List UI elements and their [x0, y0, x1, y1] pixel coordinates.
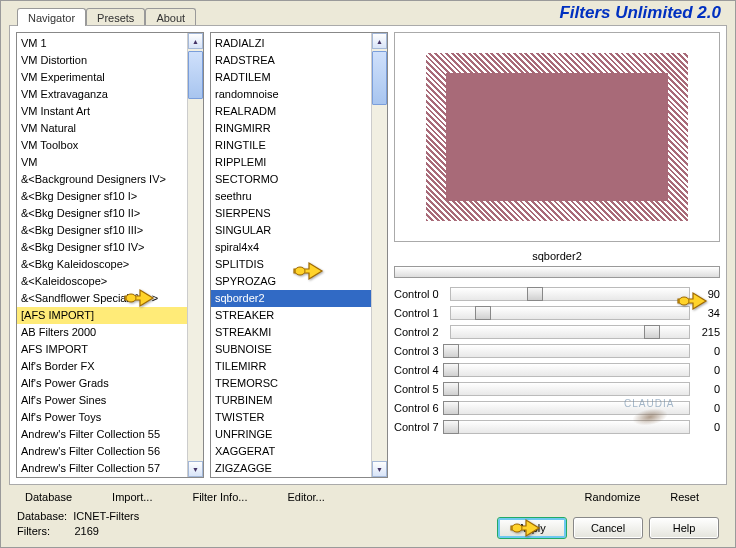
scroll-track[interactable]: [372, 49, 387, 461]
list-item[interactable]: SINGULAR: [211, 222, 371, 239]
list-item[interactable]: STREAKMI: [211, 324, 371, 341]
list-item[interactable]: VM 1: [17, 35, 187, 52]
list-item[interactable]: STREAKER: [211, 307, 371, 324]
control-slider[interactable]: [450, 401, 690, 415]
list-item[interactable]: TWISTER: [211, 409, 371, 426]
control-slider[interactable]: [450, 363, 690, 377]
list-item[interactable]: &<Bkg Designer sf10 III>: [17, 222, 187, 239]
list-item[interactable]: VM Toolbox: [17, 137, 187, 154]
filter-list[interactable]: RADIALZIRADSTREARADTILEMrandomnoiseREALR…: [211, 33, 371, 477]
list-item[interactable]: &<Bkg Designer sf10 IV>: [17, 239, 187, 256]
control-slider[interactable]: [450, 420, 690, 434]
list-item[interactable]: spiral4x4: [211, 239, 371, 256]
tab-navigator[interactable]: Navigator: [17, 8, 86, 26]
control-slider[interactable]: [450, 382, 690, 396]
list-item[interactable]: &<Kaleidoscope>: [17, 273, 187, 290]
randomize-link[interactable]: Randomize: [585, 491, 641, 503]
list-item[interactable]: randomnoise: [211, 86, 371, 103]
database-link[interactable]: Database: [25, 491, 72, 503]
list-item[interactable]: UNFRINGE: [211, 426, 371, 443]
list-item[interactable]: SIERPENS: [211, 205, 371, 222]
scroll-track[interactable]: [188, 49, 203, 461]
help-button[interactable]: Help: [649, 517, 719, 539]
control-row: Control 40: [394, 360, 720, 379]
import-link[interactable]: Import...: [112, 491, 152, 503]
list-item[interactable]: REALRADM: [211, 103, 371, 120]
list-item[interactable]: RINGMIRR: [211, 120, 371, 137]
tab-about[interactable]: About: [145, 8, 196, 26]
category-list[interactable]: VM 1VM DistortionVM ExperimentalVM Extra…: [17, 33, 187, 477]
filter-info-link[interactable]: Filter Info...: [192, 491, 247, 503]
list-item[interactable]: SECTORMO: [211, 171, 371, 188]
list-item[interactable]: Andrew's Filter Collection 56: [17, 443, 187, 460]
preview-label: sqborder2: [394, 248, 720, 264]
control-slider[interactable]: [450, 287, 690, 301]
scroll-thumb[interactable]: [188, 51, 203, 99]
status-db-value: ICNET-Filters: [73, 510, 139, 522]
list-item[interactable]: &<Bkg Kaleidoscope>: [17, 256, 187, 273]
cancel-button[interactable]: Cancel: [573, 517, 643, 539]
scrollbar[interactable]: ▲ ▼: [371, 33, 387, 477]
scrollbar[interactable]: ▲ ▼: [187, 33, 203, 477]
scroll-down-button[interactable]: ▼: [188, 461, 203, 477]
list-item[interactable]: TREMORSC: [211, 375, 371, 392]
slider-thumb[interactable]: [644, 325, 660, 339]
reset-link[interactable]: Reset: [670, 491, 699, 503]
list-item[interactable]: VM Distortion: [17, 52, 187, 69]
list-item[interactable]: VM Extravaganza: [17, 86, 187, 103]
editor-link[interactable]: Editor...: [287, 491, 324, 503]
list-item[interactable]: RINGTILE: [211, 137, 371, 154]
preview-zoom-slider[interactable]: [394, 266, 720, 278]
list-item[interactable]: AB Filters 2000: [17, 324, 187, 341]
list-item[interactable]: Alf's Border FX: [17, 358, 187, 375]
scroll-down-button[interactable]: ▼: [372, 461, 387, 477]
control-slider[interactable]: [450, 325, 690, 339]
list-item[interactable]: VM: [17, 154, 187, 171]
bottom-area: Database Import... Filter Info... Editor…: [1, 489, 735, 547]
list-item[interactable]: RADIALZI: [211, 35, 371, 52]
list-item[interactable]: ZIGZAGGE: [211, 460, 371, 477]
scroll-thumb[interactable]: [372, 51, 387, 105]
list-item[interactable]: XAGGERAT: [211, 443, 371, 460]
slider-thumb[interactable]: [443, 344, 459, 358]
slider-thumb[interactable]: [443, 382, 459, 396]
list-item[interactable]: &<Bkg Designer sf10 II>: [17, 205, 187, 222]
slider-thumb[interactable]: [475, 306, 491, 320]
list-item[interactable]: &<Sandflower Specials°v° >: [17, 290, 187, 307]
list-item[interactable]: Andrew's Filter Collection 57: [17, 460, 187, 477]
list-item[interactable]: SPYROZAG: [211, 273, 371, 290]
slider-thumb[interactable]: [443, 420, 459, 434]
control-slider[interactable]: [450, 306, 690, 320]
list-item[interactable]: Alf's Power Toys: [17, 409, 187, 426]
list-item[interactable]: VM Experimental: [17, 69, 187, 86]
control-slider[interactable]: [450, 344, 690, 358]
list-item[interactable]: [AFS IMPORT]: [17, 307, 187, 324]
scroll-up-button[interactable]: ▲: [372, 33, 387, 49]
list-item[interactable]: SUBNOISE: [211, 341, 371, 358]
slider-thumb[interactable]: [443, 363, 459, 377]
list-item[interactable]: RIPPLEMI: [211, 154, 371, 171]
tab-presets[interactable]: Presets: [86, 8, 145, 26]
list-item[interactable]: TURBINEM: [211, 392, 371, 409]
apply-button[interactable]: Apply: [497, 517, 567, 539]
list-item[interactable]: VM Instant Art: [17, 103, 187, 120]
list-item[interactable]: sqborder2: [211, 290, 371, 307]
list-item[interactable]: seethru: [211, 188, 371, 205]
list-item[interactable]: &<Bkg Designer sf10 I>: [17, 188, 187, 205]
list-item[interactable]: AFS IMPORT: [17, 341, 187, 358]
control-value: 0: [694, 345, 720, 357]
list-item[interactable]: RADSTREA: [211, 52, 371, 69]
list-item[interactable]: Andrew's Filter Collection 55: [17, 426, 187, 443]
list-item[interactable]: &<Background Designers IV>: [17, 171, 187, 188]
status-text: Database: ICNET-Filters Filters: 2169: [17, 509, 139, 539]
list-item[interactable]: TILEMIRR: [211, 358, 371, 375]
list-item[interactable]: RADTILEM: [211, 69, 371, 86]
list-item[interactable]: Alf's Power Grads: [17, 375, 187, 392]
list-item[interactable]: VM Natural: [17, 120, 187, 137]
control-row: Control 60: [394, 398, 720, 417]
scroll-up-button[interactable]: ▲: [188, 33, 203, 49]
slider-thumb[interactable]: [443, 401, 459, 415]
slider-thumb[interactable]: [527, 287, 543, 301]
list-item[interactable]: SPLITDIS: [211, 256, 371, 273]
list-item[interactable]: Alf's Power Sines: [17, 392, 187, 409]
